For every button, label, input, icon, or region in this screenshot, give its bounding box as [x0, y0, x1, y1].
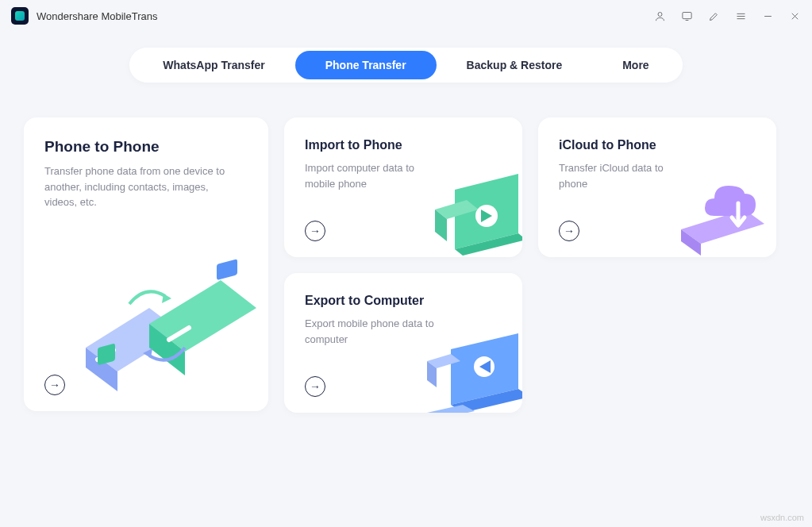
svg-rect-4 [217, 259, 237, 280]
cards-grid: Phone to Phone Transfer phone data from … [0, 83, 812, 413]
go-button[interactable]: → [559, 221, 579, 241]
tab-whatsapp-transfer[interactable]: WhatsApp Transfer [133, 51, 294, 79]
card-desc: Import computer data to mobile phone [305, 160, 440, 191]
app-logo-icon [11, 7, 29, 25]
close-icon[interactable] [788, 10, 801, 22]
tab-backup-restore[interactable]: Backup & Restore [437, 51, 593, 79]
card-phone-to-phone[interactable]: Phone to Phone Transfer phone data from … [24, 117, 268, 411]
minimize-icon[interactable] [761, 10, 774, 22]
card-desc: Transfer iCloud data to phone [559, 160, 694, 191]
watermark: wsxdn.com [760, 513, 804, 522]
card-title: Export to Computer [305, 294, 502, 308]
svg-point-7 [474, 356, 495, 377]
tab-more[interactable]: More [592, 51, 679, 79]
phones-transfer-icon [54, 229, 260, 411]
titlebar-left: Wondershare MobileTrans [11, 7, 157, 25]
tab-phone-transfer[interactable]: Phone Transfer [295, 51, 437, 79]
feedback-icon[interactable] [680, 10, 693, 22]
card-title: Phone to Phone [44, 138, 248, 156]
go-button[interactable]: → [305, 221, 325, 241]
svg-point-6 [475, 205, 498, 227]
card-desc: Export mobile phone data to computer [305, 316, 440, 347]
app-title: Wondershare MobileTrans [37, 10, 157, 22]
card-desc: Transfer phone data from one device to a… [44, 163, 235, 210]
tabbar-wrap: WhatsApp Transfer Phone Transfer Backup … [0, 48, 812, 83]
card-icloud-to-phone[interactable]: iCloud to Phone Transfer iCloud data to … [538, 117, 776, 257]
go-button[interactable]: → [305, 376, 325, 397]
svg-rect-5 [98, 343, 115, 365]
card-title: Import to Phone [305, 138, 502, 152]
go-button[interactable]: → [44, 375, 65, 395]
tabbar: WhatsApp Transfer Phone Transfer Backup … [129, 48, 682, 83]
card-import-to-phone[interactable]: Import to Phone Import computer data to … [284, 117, 522, 257]
svg-marker-3 [143, 348, 152, 358]
card-title: iCloud to Phone [559, 138, 756, 152]
titlebar: Wondershare MobileTrans [0, 0, 812, 32]
card-export-to-computer[interactable]: Export to Computer Export mobile phone d… [284, 273, 522, 413]
svg-rect-1 [682, 12, 691, 18]
menu-icon[interactable] [734, 10, 747, 22]
account-icon[interactable] [653, 10, 666, 22]
svg-marker-2 [162, 294, 171, 303]
edit-icon[interactable] [707, 10, 720, 22]
svg-point-0 [658, 12, 662, 16]
titlebar-right [653, 10, 801, 22]
